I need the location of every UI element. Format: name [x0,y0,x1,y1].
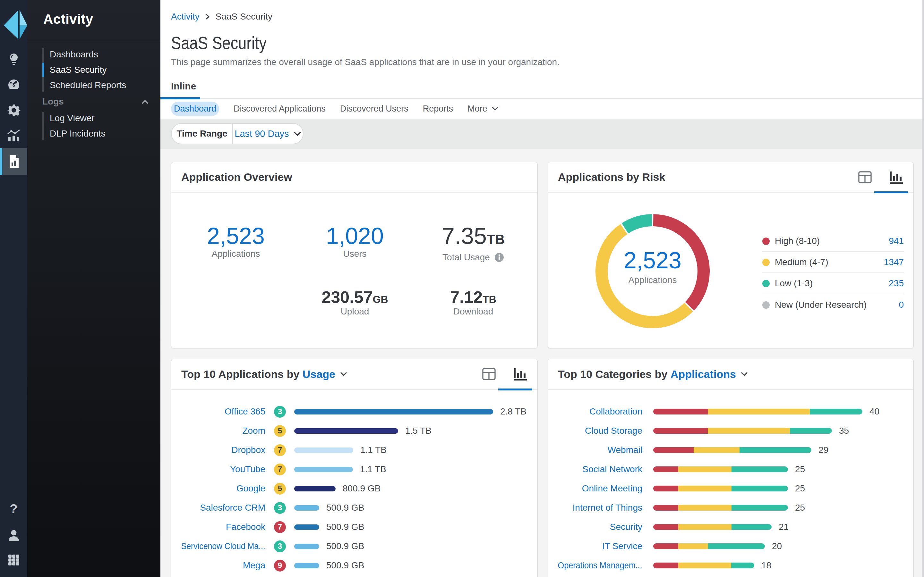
app-name-link[interactable]: Dropbox [181,444,265,456]
app-name-link[interactable]: Zoom [181,424,265,437]
category-name-link[interactable]: Webmail [558,444,642,456]
rail-item-help[interactable]: ? [0,495,27,522]
chevron-down-icon [492,107,498,111]
app-name-link[interactable]: Google [181,482,265,495]
stat-value: 230.57GB [321,287,388,309]
top-category-row: Internet of Things25 [548,498,913,517]
sidebar-item-dashboards[interactable]: Dashboards [42,47,126,62]
rail-item-settings[interactable] [0,97,27,124]
logo-left-facet [4,10,18,39]
category-value: 25 [795,484,805,494]
legend-value-low[interactable]: 235 [889,278,904,288]
help-icon: ? [10,502,17,516]
sidebar-item-saas-security[interactable]: SaaS Security [42,62,126,77]
page-header: Activity SaaS Security SaaS Security Thi… [160,0,924,99]
category-name-link[interactable]: Cloud Storage [558,424,642,437]
sidebar-section-logs[interactable]: Logs [42,94,148,109]
legend-value-new[interactable]: 0 [899,300,904,310]
usage-bar [294,505,319,511]
table-view-icon[interactable] [858,171,872,183]
app-name-link[interactable]: Facebook [181,521,265,533]
app-name-link[interactable]: Mega [181,559,265,572]
stat-value: 1,020 [326,222,384,250]
filter-band: Time Range Last 90 Days [160,119,924,149]
donut-center: 2,523 Applications [588,247,717,285]
usage-value: 2.8 TB [500,406,527,417]
top-category-row: Online Meeting25 [548,479,913,498]
app-name-link[interactable]: YouTube [181,463,265,476]
table-view-icon[interactable] [482,368,496,380]
stack-high [653,505,678,511]
category-value: 20 [772,541,782,551]
top-category-row: Webmail29 [548,440,913,460]
category-name-link[interactable]: Internet of Things [558,501,642,514]
rail-item-insights[interactable] [0,45,27,73]
breadcrumb-activity-link[interactable]: Activity [171,11,200,22]
scrollbar[interactable] [922,0,924,577]
dashboard-content: Application Overview 2,523 Applications … [160,149,924,577]
sidebar-title: Activity [43,11,94,27]
sidebar-item-dlp-incidents[interactable]: DLP Incidents [42,126,105,141]
subtab-more[interactable]: More [467,104,498,114]
legend-value-medium[interactable]: 1347 [884,257,904,268]
info-icon[interactable] [494,253,504,262]
rail-item-reports[interactable] [0,122,27,149]
rail-item-saas-reports[interactable] [0,148,27,175]
risk-score-badge: 7 [274,464,286,475]
card-application-overview: Application Overview 2,523 Applications … [171,162,538,348]
app-name-link[interactable]: Servicenow Cloud Ma... [181,540,265,553]
category-name-link[interactable]: Security [558,521,642,533]
top-category-row: Operations Managem...18 [548,556,913,575]
donut-label: Applications [588,275,717,285]
time-range-label: Time Range [172,124,233,143]
line-chart-icon [6,129,21,143]
chevron-down-icon[interactable] [341,372,347,376]
usage-bar [294,486,336,492]
chevron-down-icon[interactable] [741,372,748,376]
stack-low [732,505,788,511]
category-name-link[interactable]: Operations Managem... [558,559,642,572]
usage-bar [294,544,319,549]
app-logo[interactable] [4,10,27,41]
app-name-link[interactable]: Salesforce CRM [181,501,265,514]
time-range-select[interactable]: Last 90 Days [233,124,303,143]
stack-low [732,524,772,530]
chart-view-icon[interactable] [889,171,903,184]
tab-inline[interactable]: Inline [171,81,196,92]
legend-value-high[interactable]: 941 [889,236,904,246]
subtab-discovered-applications[interactable]: Discovered Applications [234,104,326,114]
report-doc-icon [7,154,21,169]
rail-item-dashboards[interactable] [0,71,27,98]
chevron-right-icon [205,13,210,20]
legend-dot-high [762,237,770,245]
category-name-link[interactable]: Social Network [558,463,642,476]
chart-view-icon[interactable] [513,367,527,380]
card-top-categories: Top 10 Categories by Applications Collab… [548,359,914,577]
card-title: Applications by Risk [558,171,665,183]
subtab-dashboard[interactable]: Dashboard [171,102,219,116]
sidebar-item-log-viewer[interactable]: Log Viewer [42,111,105,126]
stat-value: 7.12TB [450,287,496,309]
category-name-link[interactable]: Online Meeting [558,482,642,495]
usage-value: 1.1 TB [360,464,386,474]
rail-item-user[interactable] [0,522,27,549]
stack-low [732,486,788,492]
tab-inline-underline [160,97,200,99]
usage-dropdown[interactable]: Usage [302,368,335,380]
app-name-link[interactable]: Office 365 [181,405,265,418]
rail-item-apps[interactable] [0,546,27,574]
top-app-row: Office 36532.8 TB [171,402,537,421]
chevron-up-icon[interactable] [142,100,148,104]
stat-download: 7.12TB Download [450,287,496,317]
category-name-link[interactable]: IT Service [558,540,642,553]
usage-value: 500.9 GB [326,522,364,532]
category-name-link[interactable]: Collaboration [558,405,642,418]
subtab-discovered-users[interactable]: Discovered Users [340,104,409,114]
category-value: 25 [795,503,805,513]
sidebar-item-scheduled-reports[interactable]: Scheduled Reports [42,77,126,93]
card-top-applications: Top 10 Applications by Usage [171,359,538,577]
applications-dropdown[interactable]: Applications [670,368,736,380]
card-title: Top 10 Categories by Applications [558,368,736,380]
stack-medium [678,486,731,492]
subtab-reports[interactable]: Reports [423,104,453,114]
